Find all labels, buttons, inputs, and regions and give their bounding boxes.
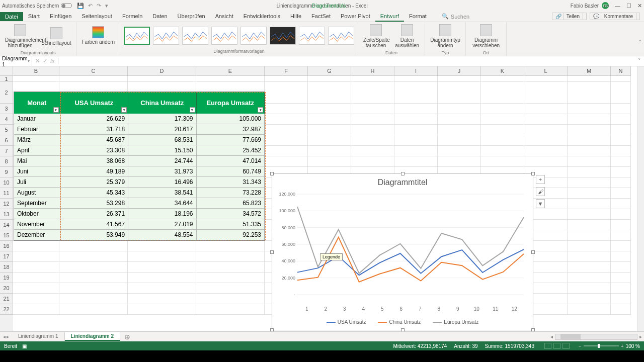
cell-europa[interactable]: 32.987 [197,124,265,135]
row-header[interactable]: 21 [0,294,13,304]
share-button[interactable]: 🔗 Teilen [552,13,587,20]
chart-title[interactable]: Diagrammtitel [272,174,533,191]
record-macro-icon[interactable]: ▣ [22,343,27,349]
cell-usa[interactable]: 25.379 [60,177,128,188]
zoom-out-icon[interactable]: − [579,343,582,349]
row-header[interactable]: 12 [0,199,13,209]
cell-month[interactable]: Mai [14,156,60,166]
table-row[interactable]: November41.56727.01951.335 [14,219,265,230]
column-header[interactable]: M [568,66,611,76]
cell-month[interactable]: Februar [14,124,60,135]
tab-einfügen[interactable]: Einfügen [45,12,76,22]
tab-power pivot[interactable]: Power Pivot [336,12,375,22]
move-chart-button[interactable]: Diagramm verschieben [469,23,503,49]
sheet-tab[interactable]: Liniendiagramm 1 [12,332,65,341]
table-header[interactable]: USA Umsatz▾ [60,92,128,114]
row-header[interactable]: 6 [0,135,13,146]
autosave-toggle[interactable]: Automatisches Speichern [2,3,72,9]
chart-styles-icon[interactable]: 🖌 [536,187,545,196]
next-sheet-icon[interactable]: ▸ [7,334,9,339]
row-header[interactable]: 10 [0,177,13,188]
cell-usa[interactable]: 53.298 [60,198,128,209]
chart-style-thumb[interactable] [240,27,267,45]
chart-style-thumb[interactable] [124,27,150,45]
legend-item[interactable]: China Umsatz [378,319,421,325]
table-row[interactable]: April23.30815.15025.452 [14,145,265,156]
table-row[interactable]: Juni49.18931.97360.749 [14,166,265,177]
change-chart-type-button[interactable]: Diagrammtyp ändern [428,23,462,49]
cell-month[interactable]: Januar [14,114,60,124]
cell-europa[interactable]: 77.669 [197,135,265,145]
cell-china[interactable]: 31.973 [128,166,196,177]
horizontal-scrollbar[interactable]: ◂▸ [548,333,644,340]
chart-style-thumb[interactable] [270,27,296,45]
collapse-ribbon-icon[interactable]: ⌃ [638,39,642,45]
filter-icon[interactable]: ▾ [53,107,59,113]
cell-usa[interactable]: 45.343 [60,188,128,198]
expand-formula-bar-icon[interactable]: ˅ [635,58,644,64]
comments-button[interactable]: 💬 Kommentare [590,13,640,20]
tab-factset[interactable]: FactSet [306,12,336,22]
cell-europa[interactable]: 25.452 [197,145,265,156]
row-header[interactable]: 20 [0,283,13,294]
change-colors-button[interactable]: Farben ändern [79,25,117,46]
filter-icon[interactable]: ▾ [121,107,127,113]
tab-start[interactable]: Start [23,12,45,22]
cell-month[interactable]: Dezember [14,230,60,240]
column-header[interactable]: C [59,66,128,76]
cell-china[interactable]: 17.309 [128,114,196,124]
column-header[interactable]: D [128,66,196,76]
cell-month[interactable]: Juli [14,177,60,188]
chart-style-thumb[interactable] [211,27,237,45]
cell-europa[interactable]: 34.572 [197,209,265,219]
cell-usa[interactable]: 31.718 [60,124,128,135]
column-header[interactable]: K [481,66,524,76]
cell-europa[interactable]: 47.014 [197,156,265,166]
chart-style-thumb[interactable] [299,27,325,45]
row-header[interactable]: 15 [0,230,13,241]
vertical-scrollbar[interactable] [637,66,644,331]
add-chart-element-button[interactable]: Diagrammelement hinzufügen [3,23,37,49]
row-header[interactable]: 2 [0,82,13,104]
chart-style-thumb[interactable] [182,27,208,45]
cell-china[interactable]: 34.644 [128,198,196,209]
prev-sheet-icon[interactable]: ◂ [3,334,6,339]
column-header[interactable]: L [524,66,568,76]
user-account[interactable]: Fabio Basler FB [571,2,609,9]
cell-usa[interactable]: 23.308 [60,145,128,156]
chart-legend[interactable]: USA UmsatzChina UmsatzEuropa Umsatz [272,319,533,325]
chart-elements-icon[interactable]: + [536,175,545,184]
tab-hilfe[interactable]: Hilfe [285,12,306,22]
redo-icon[interactable]: ↷ [97,3,101,9]
cell-month[interactable]: Juni [14,166,60,177]
view-page-layout-icon[interactable] [553,343,560,349]
switch-row-column-button[interactable]: Zeile/Spalte tauschen [361,23,390,49]
cell-usa[interactable]: 45.687 [60,135,128,145]
cell-europa[interactable]: 60.749 [197,166,265,177]
row-header[interactable]: 4 [0,114,13,125]
column-header[interactable]: J [438,66,481,76]
undo-icon[interactable]: ↶ [88,3,93,9]
worksheet-area[interactable]: BCDEFGHIJKLMN 12345678910111213141516171… [0,66,644,331]
minimize-icon[interactable]: — [615,3,620,9]
cell-usa[interactable]: 41.567 [60,219,128,230]
row-header[interactable]: 9 [0,167,13,177]
tab-format[interactable]: Format [404,12,432,22]
column-header[interactable]: N [611,66,631,76]
row-header[interactable]: 16 [0,241,13,251]
search-box[interactable]: 🔍 Suchen [442,13,469,20]
cell-china[interactable]: 16.496 [128,177,196,188]
cell-china[interactable]: 18.196 [128,209,196,219]
row-header[interactable]: 8 [0,156,13,167]
cell-month[interactable]: November [14,219,60,230]
tab-daten[interactable]: Daten [147,12,172,22]
column-header[interactable]: H [351,66,394,76]
tab-seitenlayout[interactable]: Seitenlayout [76,12,117,22]
fx-icon[interactable]: fx [50,58,55,64]
row-header[interactable]: 14 [0,220,13,230]
data-table[interactable]: Monat▾USA Umsatz▾China Umsatz▾Europa Ums… [14,92,265,241]
save-icon[interactable]: 💾 [77,3,84,9]
cell-month[interactable]: April [14,145,60,156]
tab-entwurf[interactable]: Entwurf [375,12,404,22]
cell-china[interactable]: 15.150 [128,145,196,156]
